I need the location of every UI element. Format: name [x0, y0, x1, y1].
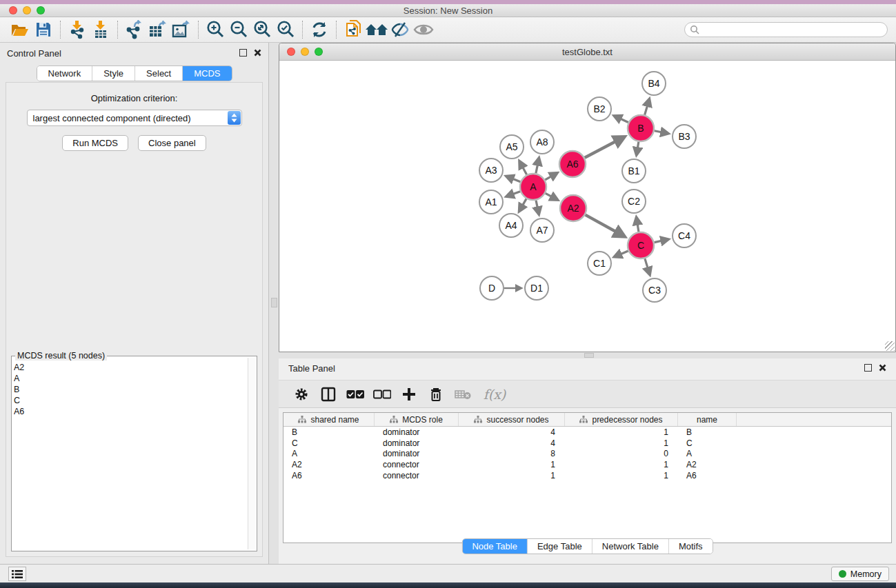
- export-image-icon[interactable]: [170, 19, 193, 40]
- cell-successor-nodes[interactable]: 1: [459, 470, 565, 481]
- memory-button[interactable]: Memory: [831, 567, 889, 581]
- cell-predecessor-nodes[interactable]: 1: [565, 470, 678, 481]
- graph-edge-C-C2[interactable]: [637, 218, 639, 232]
- close-table-panel-icon[interactable]: [879, 364, 886, 372]
- tab-mcds[interactable]: MCDS: [183, 66, 231, 81]
- zoom-selected-icon[interactable]: [274, 19, 297, 40]
- window-resize-handle[interactable]: [885, 341, 895, 351]
- close-panel-button[interactable]: Close panel: [138, 135, 206, 151]
- panel-divider[interactable]: [270, 43, 279, 564]
- close-panel-icon[interactable]: [254, 49, 261, 57]
- graph-edge-A2-C[interactable]: [586, 215, 624, 236]
- graph-edge-A6-B[interactable]: [585, 137, 624, 158]
- delete-column-icon[interactable]: [426, 384, 446, 405]
- graph-edge-A-A4[interactable]: [519, 199, 526, 211]
- graph-edge-B-B2[interactable]: [615, 116, 628, 122]
- divider-grip[interactable]: [271, 298, 277, 307]
- graph-edge-A-A5[interactable]: [519, 161, 526, 174]
- cell-name[interactable]: A6: [678, 470, 737, 481]
- cell-predecessor-nodes[interactable]: 1: [565, 427, 678, 438]
- cell-name[interactable]: C: [678, 438, 737, 449]
- cell-MCDS-role[interactable]: dominator: [375, 427, 459, 438]
- column-header-shared-name[interactable]: shared name: [283, 413, 375, 426]
- graph-edge-A-A8[interactable]: [536, 159, 539, 174]
- import-network-icon[interactable]: [66, 19, 89, 40]
- eye-icon[interactable]: [412, 19, 435, 40]
- horizontal-divider[interactable]: [279, 352, 896, 358]
- column-header-successor-nodes[interactable]: successor nodes: [459, 413, 565, 426]
- cell-successor-nodes[interactable]: 1: [459, 459, 565, 470]
- search-input[interactable]: [684, 22, 888, 37]
- graph-edge-C-C1[interactable]: [615, 251, 628, 256]
- home-icon[interactable]: [365, 19, 388, 40]
- table-row[interactable]: A6connector11A6: [283, 470, 891, 481]
- table-row[interactable]: Adominator80A: [283, 449, 891, 460]
- zoom-fit-icon[interactable]: [250, 19, 274, 40]
- cell-successor-nodes[interactable]: 4: [459, 427, 565, 438]
- network-canvas[interactable]: B4B2BB3B1A5A8A6A3AA1C2A2A4A7CC4C1C3DD1: [280, 61, 896, 352]
- result-scrollbar[interactable]: [248, 358, 255, 549]
- result-item[interactable]: A6: [14, 406, 247, 417]
- column-header-predecessor-nodes[interactable]: predecessor nodes: [565, 413, 678, 426]
- tab-network-table[interactable]: Network Table: [593, 539, 669, 554]
- graph-edge-B-B3[interactable]: [655, 131, 668, 134]
- graph-edge-B-B4[interactable]: [645, 99, 650, 115]
- mcds-result-list[interactable]: A2ABCA6: [14, 359, 247, 549]
- graph-edge-C-C3[interactable]: [645, 258, 650, 274]
- import-table-icon[interactable]: [89, 19, 112, 40]
- float-table-panel-icon[interactable]: [864, 364, 872, 372]
- select-all-checks-icon[interactable]: [345, 384, 366, 405]
- cell-MCDS-role[interactable]: dominator: [375, 449, 459, 460]
- gear-icon[interactable]: [291, 384, 312, 405]
- node-table[interactable]: shared nameMCDS rolesuccessor nodesprede…: [283, 412, 892, 543]
- criterion-select[interactable]: largest connected component (directed): [27, 110, 242, 126]
- cell-predecessor-nodes[interactable]: 1: [565, 459, 678, 470]
- cell-shared-name[interactable]: A6: [283, 470, 375, 481]
- task-history-button[interactable]: [8, 567, 26, 581]
- clear-checks-icon[interactable]: [372, 384, 392, 405]
- cell-predecessor-nodes[interactable]: 1: [565, 438, 678, 449]
- graph-edge-A-A2[interactable]: [546, 193, 557, 199]
- split-columns-icon[interactable]: [318, 384, 339, 405]
- search-text-field[interactable]: [702, 25, 887, 34]
- refresh-layout-icon[interactable]: [308, 19, 331, 40]
- clone-network-icon[interactable]: [341, 19, 365, 40]
- cell-shared-name[interactable]: B: [283, 427, 375, 438]
- cell-MCDS-role[interactable]: connector: [375, 470, 459, 481]
- graph-edge-B-B1[interactable]: [637, 142, 639, 154]
- hide-annotations-icon[interactable]: [388, 19, 412, 40]
- function-builder-icon[interactable]: f(x): [479, 384, 510, 405]
- result-item[interactable]: A2: [14, 362, 247, 373]
- zoom-out-icon[interactable]: [227, 19, 250, 40]
- save-session-icon[interactable]: [32, 19, 55, 40]
- cell-name[interactable]: A: [678, 449, 737, 460]
- graph-edge-C-C4[interactable]: [655, 239, 668, 242]
- cell-shared-name[interactable]: C: [283, 438, 375, 449]
- cell-MCDS-role[interactable]: connector: [375, 459, 459, 470]
- table-row[interactable]: A2connector11A2: [283, 459, 891, 470]
- export-network-icon[interactable]: [123, 19, 146, 40]
- graph-edge-A-A1[interactable]: [507, 192, 520, 196]
- cell-successor-nodes[interactable]: 4: [459, 438, 565, 449]
- tab-motifs[interactable]: Motifs: [669, 539, 713, 554]
- tab-select[interactable]: Select: [135, 66, 183, 81]
- cell-predecessor-nodes[interactable]: 0: [565, 449, 678, 460]
- table-row[interactable]: Bdominator41B: [283, 427, 891, 438]
- zoom-in-icon[interactable]: [203, 19, 227, 40]
- cell-shared-name[interactable]: A: [283, 449, 375, 460]
- column-header-MCDS-role[interactable]: MCDS role: [375, 413, 459, 426]
- cell-name[interactable]: B: [678, 427, 737, 438]
- result-item[interactable]: C: [14, 395, 247, 406]
- cell-name[interactable]: A2: [678, 459, 737, 470]
- delete-table-icon[interactable]: [452, 384, 473, 405]
- table-row[interactable]: Cdominator41C: [283, 438, 891, 449]
- export-table-icon[interactable]: [146, 19, 170, 40]
- tab-node-table[interactable]: Node Table: [462, 539, 528, 554]
- float-panel-icon[interactable]: [239, 49, 247, 57]
- graph-edge-A-A6[interactable]: [545, 173, 557, 180]
- tab-network[interactable]: Network: [37, 66, 92, 81]
- column-header-name[interactable]: name: [678, 413, 737, 426]
- result-item[interactable]: B: [14, 384, 247, 395]
- tab-style[interactable]: Style: [92, 66, 135, 81]
- result-item[interactable]: A: [14, 373, 247, 384]
